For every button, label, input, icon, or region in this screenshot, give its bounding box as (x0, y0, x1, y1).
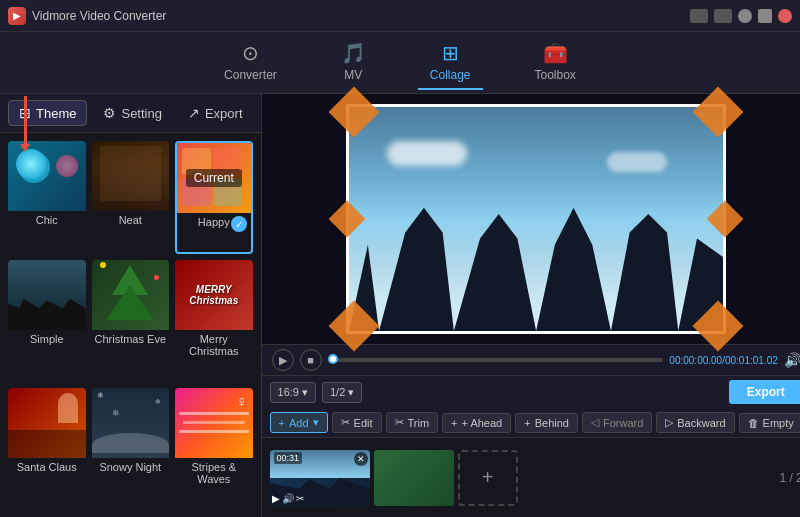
theme-neat[interactable]: Neat (92, 141, 170, 254)
add-button[interactable]: + Add ▾ (270, 412, 328, 433)
clip-item-1[interactable]: 00:31 ✕ ▶ 🔊 ✂ (270, 450, 370, 506)
theme-santa-claus-thumb (8, 388, 86, 458)
add-dropdown-icon: ▾ (313, 416, 319, 429)
clip-1-duration: 00:31 (274, 452, 303, 464)
theme-simple[interactable]: Simple (8, 260, 86, 381)
app-icon: ▶ (8, 7, 26, 25)
maximize-button[interactable]: □ (758, 9, 772, 23)
edit-icon: ✂ (341, 416, 350, 429)
volume-button[interactable]: 🔊 (784, 352, 800, 368)
chat-button[interactable]: 💬 (690, 9, 708, 23)
title-bar-left: ▶ Vidmore Video Converter (8, 7, 166, 25)
progress-dot (328, 354, 338, 364)
close-button[interactable]: ✕ (778, 9, 792, 23)
stop-button[interactable]: ■ (300, 349, 322, 371)
nav-collage-label: Collage (430, 68, 471, 82)
tab-setting-label: Setting (121, 106, 161, 121)
top-nav: ⊙ Converter 🎵 MV ⊞ Collage 🧰 Toolbox (0, 32, 800, 94)
empty-icon: 🗑 (748, 417, 759, 429)
left-panel: ⊞ Theme ⚙ Setting ↗ Export (0, 94, 262, 517)
clip-vol-icon: 🔊 (282, 493, 294, 504)
timeline-track: 00:31 ✕ ▶ 🔊 ✂ + (262, 438, 800, 517)
theme-snowy-night[interactable]: ❄ ❄ ❄ Snowy Night (92, 388, 170, 509)
theme-merry-christmas[interactable]: MERRYChristmas Merry Christmas (175, 260, 253, 381)
theme-christmas-label: Christmas Eve (92, 330, 170, 348)
tab-theme[interactable]: ⊞ Theme (8, 100, 87, 126)
ratio-label: 16:9 (278, 386, 299, 398)
theme-santa-claus[interactable]: Santa Claus (8, 388, 86, 509)
video-preview-area (262, 94, 800, 344)
theme-neat-thumb (92, 141, 170, 211)
collage-icon: ⊞ (442, 41, 459, 65)
backward-button[interactable]: ▷ Backward (656, 412, 734, 433)
title-bar-controls: 💬 ≡ — □ ✕ (690, 9, 792, 23)
add-clip-button[interactable]: + (458, 450, 518, 506)
ratio-button[interactable]: 16:9 ▾ (270, 382, 316, 403)
theme-simple-label: Simple (8, 330, 86, 348)
tab-export-label: Export (205, 106, 243, 121)
theme-chic[interactable]: Chic (8, 141, 86, 254)
time-display: 00:00:00.00/00:01:01.02 (669, 355, 777, 366)
timeline-toolbar: + Add ▾ ✂ Edit ✂ Trim + + Ahead + (262, 408, 800, 438)
bottom-controls: 16:9 ▾ 1/2 ▾ Export (262, 375, 800, 408)
export-button[interactable]: Export (729, 380, 800, 404)
backward-label: Backward (677, 417, 725, 429)
red-arrow-indicator (24, 96, 27, 146)
clip-cut-icon: ✂ (296, 493, 304, 504)
ratio-dropdown-icon: ▾ (302, 386, 308, 399)
forward-label: Forward (603, 417, 643, 429)
theme-simple-thumb (8, 260, 86, 330)
clip-play-icon: ▶ (272, 493, 280, 504)
forward-button[interactable]: ◁ Forward (582, 412, 652, 433)
nav-mv[interactable]: 🎵 MV (329, 35, 378, 90)
panel-tabs: ⊞ Theme ⚙ Setting ↗ Export (0, 94, 261, 133)
progress-bar[interactable] (328, 358, 664, 362)
ahead-icon: + (451, 417, 457, 429)
empty-button[interactable]: 🗑 Empty (739, 413, 800, 433)
page-button[interactable]: 1/2 ▾ (322, 382, 362, 403)
ahead-label: + Ahead (462, 417, 503, 429)
nav-toolbox-label: Toolbox (535, 68, 576, 82)
clip-1-close[interactable]: ✕ (354, 452, 368, 466)
menu-button[interactable]: ≡ (714, 9, 732, 23)
page-indicator: 1 / 2 (779, 471, 800, 485)
current-badge: Current (186, 169, 242, 187)
converter-icon: ⊙ (242, 41, 259, 65)
page-label: 1/2 (330, 386, 345, 398)
behind-label: Behind (535, 417, 569, 429)
clip-item-2[interactable] (374, 450, 454, 506)
video-content (346, 104, 726, 334)
ahead-button[interactable]: + + Ahead (442, 413, 511, 433)
edit-button[interactable]: ✂ Edit (332, 412, 382, 433)
theme-christmas-eve[interactable]: Christmas Eve (92, 260, 170, 381)
theme-merry-label: Merry Christmas (175, 330, 253, 360)
toolbox-icon: 🧰 (543, 41, 568, 65)
time-total: 00:01:01.02 (725, 355, 778, 366)
video-frame (346, 104, 726, 334)
clip-2-thumb (374, 450, 454, 506)
add-icon: + (279, 417, 285, 429)
trim-icon: ✂ (395, 416, 404, 429)
theme-happy[interactable]: Current ✓ Happy (175, 141, 253, 254)
nav-converter[interactable]: ⊙ Converter (212, 35, 289, 90)
theme-snowy-label: Snowy Night (92, 458, 170, 476)
empty-label: Empty (763, 417, 794, 429)
tab-setting[interactable]: ⚙ Setting (93, 101, 171, 125)
export-tab-icon: ↗ (188, 105, 200, 121)
play-button[interactable]: ▶ (272, 349, 294, 371)
behind-button[interactable]: + Behind (515, 413, 578, 433)
theme-merry-christmas-thumb: MERRYChristmas (175, 260, 253, 330)
mv-icon: 🎵 (341, 41, 366, 65)
right-panel: ▶ ■ 00:00:00.00/00:01:01.02 🔊 16:9 ▾ (262, 94, 800, 517)
title-bar: ▶ Vidmore Video Converter 💬 ≡ — □ ✕ (0, 0, 800, 32)
nav-toolbox[interactable]: 🧰 Toolbox (523, 35, 588, 90)
trim-button[interactable]: ✂ Trim (386, 412, 439, 433)
edit-label: Edit (354, 417, 373, 429)
minimize-button[interactable]: — (738, 9, 752, 23)
tab-export[interactable]: ↗ Export (178, 101, 253, 125)
forward-icon: ◁ (591, 416, 599, 429)
theme-chic-label: Chic (8, 211, 86, 229)
nav-collage[interactable]: ⊞ Collage (418, 35, 483, 90)
theme-stripes-waves[interactable]: ♀ Stripes & Waves (175, 388, 253, 509)
theme-stripes-label: Stripes & Waves (175, 458, 253, 488)
